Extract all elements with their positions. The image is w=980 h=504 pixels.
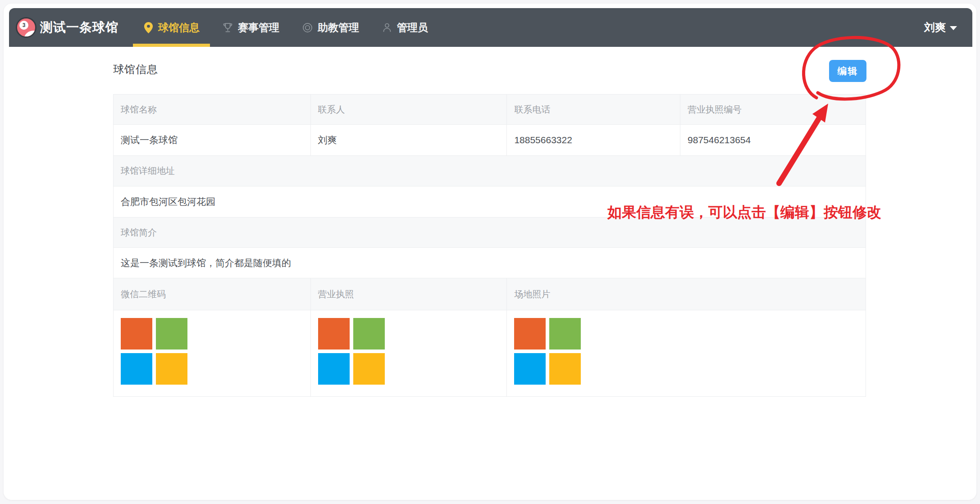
tab-label: 赛事管理 — [238, 21, 279, 35]
value-license-number: 987546213654 — [680, 125, 866, 155]
header-contact-person: 联系人 — [311, 95, 507, 124]
header-business-license: 营业执照 — [311, 278, 507, 310]
tab-assistant-management[interactable]: 助教管理 — [291, 8, 370, 47]
tab-label: 助教管理 — [318, 21, 359, 35]
page-title: 球馆信息 — [113, 62, 158, 77]
thumb-tile-blue — [318, 353, 350, 385]
tab-venue-info[interactable]: 球馆信息 — [132, 8, 211, 47]
header-license-number: 营业执照编号 — [680, 95, 866, 124]
business-license-cell — [311, 310, 507, 396]
table-value-row: 合肥市包河区包河花园 — [114, 186, 866, 218]
value-venue-name: 测试一条球馆 — [114, 125, 311, 155]
header-venue-address: 球馆详细地址 — [114, 156, 866, 186]
header-wechat-qrcode: 微信二维码 — [114, 278, 311, 310]
table-header-row: 微信二维码 营业执照 场地照片 — [114, 278, 866, 310]
rings-icon — [302, 22, 313, 33]
table-header-row: 球馆详细地址 — [114, 156, 866, 186]
logo-ball-number: 3 — [19, 21, 28, 30]
wechat-qrcode-cell — [114, 310, 311, 396]
table-value-row: 这是一条测试到球馆，简介都是随便填的 — [114, 248, 866, 278]
trophy-icon — [222, 22, 233, 33]
thumb-tile-blue — [514, 353, 546, 385]
thumb-tile-orange — [121, 318, 152, 350]
nav-tabs: 球馆信息 赛事管理 — [132, 8, 439, 47]
tab-administrator[interactable]: 管理员 — [370, 8, 439, 47]
thumb-tile-green — [353, 318, 385, 350]
header-venue-name: 球馆名称 — [114, 95, 311, 124]
thumb-tile-green — [549, 318, 581, 350]
table-header-row: 球馆名称 联系人 联系电话 营业执照编号 — [114, 95, 866, 125]
thumb-tile-yellow — [353, 353, 385, 385]
chevron-down-icon — [950, 26, 957, 30]
top-navbar: 3 测试一条球馆 球馆信息 — [9, 8, 972, 47]
tab-label: 管理员 — [397, 21, 428, 35]
table-image-row — [114, 310, 866, 397]
table-header-row: 球馆简介 — [114, 218, 866, 248]
user-menu[interactable]: 刘爽 — [924, 20, 957, 35]
value-venue-address: 合肥市包河区包河花园 — [114, 186, 866, 217]
header-venue-intro: 球馆简介 — [114, 218, 866, 247]
logo-crescent — [24, 31, 36, 38]
thumb-tile-orange — [514, 318, 546, 350]
tab-event-management[interactable]: 赛事管理 — [211, 8, 291, 47]
thumb-tile-green — [156, 318, 187, 350]
header-venue-photos: 场地照片 — [507, 278, 866, 310]
tab-label: 球馆信息 — [158, 21, 200, 35]
venue-photos-cell — [507, 310, 866, 396]
thumb-tile-orange — [318, 318, 350, 350]
thumb-tile-yellow — [156, 353, 187, 385]
value-contact-person: 刘爽 — [311, 125, 507, 155]
venue-brand-title: 测试一条球馆 — [40, 19, 119, 36]
business-license-thumbnail[interactable] — [318, 318, 385, 385]
thumb-tile-yellow — [549, 353, 581, 385]
value-venue-intro: 这是一条测试到球馆，简介都是随便填的 — [114, 248, 866, 278]
wechat-qrcode-thumbnail[interactable] — [121, 318, 188, 385]
user-name: 刘爽 — [924, 20, 946, 35]
value-contact-phone: 18855663322 — [507, 125, 680, 155]
table-value-row: 测试一条球馆 刘爽 18855663322 987546213654 — [114, 125, 866, 156]
person-icon — [382, 22, 392, 33]
venue-info-table: 球馆名称 联系人 联系电话 营业执照编号 测试一条球馆 刘爽 188556633… — [113, 94, 866, 397]
billiard-ball-logo-icon[interactable]: 3 — [16, 17, 36, 38]
header-contact-phone: 联系电话 — [507, 95, 680, 124]
location-pin-icon — [143, 22, 154, 34]
app-window: 3 测试一条球馆 球馆信息 — [4, 4, 976, 500]
edit-button[interactable]: 编辑 — [829, 60, 866, 82]
venue-photo-thumbnail[interactable] — [514, 318, 581, 385]
thumb-tile-blue — [121, 353, 152, 385]
